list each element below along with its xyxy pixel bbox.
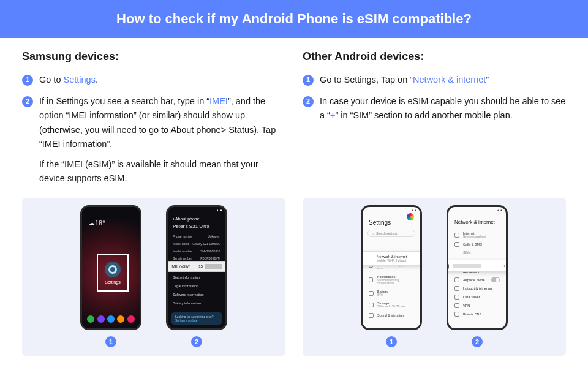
list-item: Calls & SMS xyxy=(448,240,506,249)
samsung-phone-1-col: ●●▲ ■ ☁18° Settings xyxy=(80,205,141,347)
search-settings-field: ⌕ Search settings xyxy=(368,230,415,237)
settings-app-highlight: Settings xyxy=(97,254,129,292)
text: If in Settings you see a search bar, typ… xyxy=(39,96,209,106)
step-number-badge: 2 xyxy=(22,96,33,107)
samsung-step-1: 1 Go to Settings. xyxy=(22,73,285,87)
step-number-badge: 1 xyxy=(22,75,33,86)
caption-badge: 2 xyxy=(191,336,202,347)
airplane-icon xyxy=(454,277,459,282)
imei-esim-callout: IMEI (eSIM) 35 xyxy=(166,261,227,272)
text: Go to xyxy=(39,75,64,85)
caption-badge: 1 xyxy=(386,336,397,347)
vpn-icon xyxy=(454,303,459,308)
imei-link[interactable]: IMEI xyxy=(209,96,228,106)
page-title: How to check if my Android Phone is eSIM… xyxy=(0,0,588,38)
status-bar: ▲ ■ xyxy=(168,207,225,213)
list-item: Storage54% used · 58 GB free xyxy=(363,299,420,311)
battery-icon xyxy=(369,291,374,296)
sound-icon xyxy=(369,313,374,318)
other-heading: Other Android devices: xyxy=(303,50,566,63)
sim-icon xyxy=(447,263,449,269)
other-column: Other Android devices: 1 Go to Settings,… xyxy=(303,50,566,193)
wifi-icon xyxy=(454,233,459,238)
samsung-step-2: 2 If in Settings you see a search bar, t… xyxy=(22,94,285,186)
step-text: Go to Settings. xyxy=(39,73,285,87)
bell-icon xyxy=(369,277,373,282)
samsung-mockup-panel: ●●▲ ■ ☁18° Settings xyxy=(22,198,285,356)
list-item: InternetNetworks available xyxy=(448,230,506,240)
other-phone-1-col: ▲ ■ Settings ⌕ Search settings Network &… xyxy=(361,205,422,347)
samsung-column: Samsung devices: 1 Go to Settings. 2 If … xyxy=(22,50,285,193)
text: ” xyxy=(486,75,489,85)
device-name: Peter's S21 Ultra xyxy=(168,222,225,233)
data-saver-icon xyxy=(454,295,459,300)
sims-callout: + xyxy=(447,260,508,272)
other-phone-2-col: ▲ ■ Network & internet InternetNetworks … xyxy=(447,205,508,347)
dns-icon xyxy=(454,312,459,317)
samsung-steps: 1 Go to Settings. 2 If in Settings you s… xyxy=(22,73,285,186)
samsung-phone-about: ▲ ■ ‹ About phone Peter's S21 Ultra Phon… xyxy=(166,205,227,330)
masked-value xyxy=(205,264,222,269)
samsung-heading: Samsung devices: xyxy=(22,50,285,63)
network-rows: InternetNetworks available Calls & SMS S… xyxy=(448,230,506,256)
samsung-phone-home: ●●▲ ■ ☁18° Settings xyxy=(80,205,141,330)
list-item: Sound & vibration xyxy=(363,311,420,320)
other-steps: 1 Go to Settings, Tap on “Network & inte… xyxy=(303,73,566,123)
status-bar: ▲ ■ xyxy=(363,207,420,213)
sims-header: SIMs xyxy=(448,249,506,256)
step-text: Go to Settings, Tap on “Network & intern… xyxy=(320,73,566,87)
list-item: Private DNS xyxy=(448,310,506,318)
storage-icon xyxy=(369,303,374,307)
caption-badge: 1 xyxy=(105,336,116,347)
mockup-row: ●●▲ ■ ☁18° Settings xyxy=(0,198,588,356)
step-number-badge: 1 xyxy=(303,75,314,86)
list-item: Battery64% xyxy=(363,287,420,299)
caption-badge: 2 xyxy=(472,336,483,347)
instruction-columns: Samsung devices: 1 Go to Settings. 2 If … xyxy=(0,38,588,193)
other-step-1: 1 Go to Settings, Tap on “Network & inte… xyxy=(303,73,566,87)
network-internet-title: Network & internet xyxy=(448,213,506,230)
list-item: VPN xyxy=(448,301,506,310)
text: ” in “SIM” section to add another mobile… xyxy=(335,110,512,120)
other-step-2: 2 In case your device is eSIM capable yo… xyxy=(303,94,566,123)
list-item: Data Saver xyxy=(448,293,506,301)
device-info-rows: Phone numberUnknown Model nameGalaxy S21… xyxy=(168,233,225,262)
list-item: Hotspot & tethering xyxy=(448,284,506,293)
imei-label: IMEI (eSIM) xyxy=(171,265,190,268)
about-phone-header: ‹ About phone xyxy=(168,213,225,222)
network-internet-link[interactable]: Network & internet xyxy=(413,75,486,85)
settings-link[interactable]: Settings xyxy=(64,75,96,85)
step-number-badge: 2 xyxy=(303,96,314,107)
text: If the “IMEI (eSIM)” is available it sho… xyxy=(39,157,285,186)
wifi-icon xyxy=(366,255,372,262)
phone-icon xyxy=(454,242,459,247)
text: . xyxy=(96,75,98,85)
other-mockup-panel: ▲ ■ Settings ⌕ Search settings Network &… xyxy=(303,198,566,356)
gear-icon xyxy=(105,262,121,277)
dock xyxy=(86,314,136,325)
masked-value xyxy=(453,264,481,268)
list-item: NotificationsNotification history, conve… xyxy=(363,273,420,287)
other-phone-settings: ▲ ■ Settings ⌕ Search settings Network &… xyxy=(361,205,422,330)
status-bar: ▲ ■ xyxy=(448,207,506,213)
toggle-icon xyxy=(491,277,500,282)
network-internet-callout: Network & internet Mobile, Wi-Fi, hotspo… xyxy=(361,251,422,266)
text: Go to Settings, Tap on “ xyxy=(320,75,413,85)
list-item: Airplane mode xyxy=(448,276,506,284)
step-text: In case your device is eSIM capable you … xyxy=(320,94,566,123)
about-links: Status information Legal information Sof… xyxy=(173,273,221,307)
other-phone-network: ▲ ■ Network & internet InternetNetworks … xyxy=(447,205,508,330)
looking-for-card: Looking for something else? Software upd… xyxy=(172,312,222,325)
hotspot-icon xyxy=(454,286,459,291)
samsung-phone-2-col: ▲ ■ ‹ About phone Peter's S21 Ultra Phon… xyxy=(166,205,227,347)
settings-label: Settings xyxy=(105,280,120,284)
search-icon: ⌕ xyxy=(372,232,374,235)
add-sim-plus: + xyxy=(503,264,505,268)
step-text: If in Settings you see a search bar, typ… xyxy=(39,94,285,186)
weather-widget: ☁18° xyxy=(88,219,105,227)
